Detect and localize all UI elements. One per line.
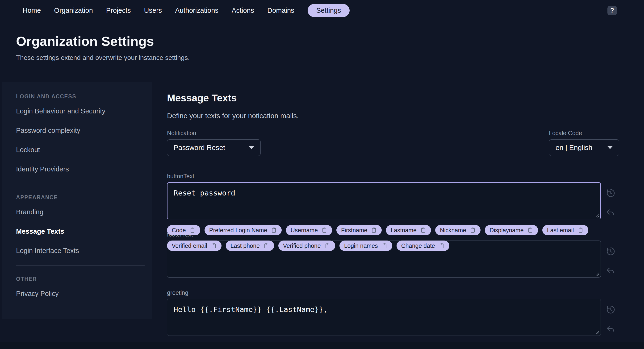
page-subtitle: These settings extend and overwrite your… — [16, 54, 644, 61]
chip-verified-phone[interactable]: Verified phone — [278, 241, 335, 251]
chip-label: Lastname — [391, 227, 416, 234]
nav-item-authorizations[interactable]: Authorizations — [175, 6, 218, 14]
chip-code[interactable]: Code — [167, 225, 200, 235]
greeting-textarea-wrap: Hello {{.FirstName}} {{.LastName}}, — [167, 299, 601, 336]
chip-verified-email[interactable]: Verified email — [167, 241, 222, 251]
sidebar-section-login-and-access: LOGIN AND ACCESS — [16, 93, 152, 100]
nav-item-settings-active[interactable]: Settings — [308, 4, 350, 17]
chip-label: Login names — [344, 242, 378, 249]
chip-label: Code — [172, 227, 186, 234]
selects-row: Notification Password Reset Locale Code … — [167, 130, 619, 156]
notification-select[interactable]: Password Reset — [167, 139, 261, 156]
nav-item-actions[interactable]: Actions — [232, 6, 254, 14]
chip-label: Firstname — [341, 227, 367, 234]
nav-item-users[interactable]: Users — [144, 6, 162, 14]
locale-label: Locale Code — [549, 130, 619, 137]
buttontext-textarea-wrap: Reset password — [167, 182, 601, 219]
page-title: Organization Settings — [16, 33, 644, 49]
sidebar-item-password-complexity[interactable]: Password complexity — [16, 125, 152, 136]
locale-select[interactable]: en | English — [549, 139, 619, 156]
chip-login-names[interactable]: Login names — [340, 241, 392, 251]
history-icon[interactable] — [606, 247, 616, 256]
chip-label: Verified email — [172, 242, 207, 249]
chip-change-date[interactable]: Change date — [396, 241, 450, 251]
chip-label: Username — [291, 227, 318, 234]
undo-icon[interactable] — [606, 325, 616, 334]
locale-field: Locale Code en | English — [549, 130, 619, 156]
undo-icon[interactable] — [606, 208, 616, 218]
content-layout: LOGIN AND ACCESS Login Behaviour and Sec… — [0, 82, 644, 336]
chip-label: Nickname — [440, 227, 466, 234]
buttontext-textarea[interactable]: Reset password — [167, 182, 601, 219]
greeting-field-group: greeting Hello {{.FirstName}} {{.LastNam… — [167, 289, 620, 336]
clipboard-icon — [324, 243, 330, 249]
clipboard-icon — [527, 227, 533, 233]
greeting-label: greeting — [167, 289, 620, 296]
history-icon[interactable] — [606, 305, 616, 314]
help-button[interactable]: ? — [608, 6, 617, 15]
chip-preferred-login-name[interactable]: Preferred Login Name — [204, 225, 282, 235]
clipboard-icon — [438, 243, 445, 249]
chevron-down-icon — [608, 146, 613, 149]
placeholder-chips: Code Preferred Login Name Username First… — [167, 225, 606, 251]
chip-label: Preferred Login Name — [209, 227, 267, 234]
nav-item-domains[interactable]: Domains — [267, 6, 294, 14]
bottom-strip — [0, 342, 644, 349]
clipboard-icon — [578, 227, 584, 233]
chevron-down-icon — [249, 146, 254, 149]
sidebar-item-identity-providers[interactable]: Identity Providers — [16, 164, 152, 174]
sidebar-item-branding[interactable]: Branding — [16, 207, 152, 217]
section-heading: Message Texts — [167, 92, 620, 104]
section-description: Define your texts for your notication ma… — [167, 112, 620, 120]
chip-lastname[interactable]: Lastname — [386, 225, 431, 235]
history-icon[interactable] — [606, 188, 616, 198]
clipboard-icon — [382, 243, 388, 249]
nav-item-projects[interactable]: Projects — [106, 6, 131, 14]
notification-label: Notification — [167, 130, 261, 137]
clipboard-icon — [321, 227, 328, 233]
chip-username[interactable]: Username — [286, 225, 332, 235]
chip-nickname[interactable]: Nickname — [435, 225, 480, 235]
chip-label: Displayname — [490, 227, 524, 234]
sidebar-item-login-behaviour[interactable]: Login Behaviour and Security — [16, 106, 152, 116]
buttontext-label: buttonText — [167, 173, 620, 180]
clipboard-icon — [420, 227, 426, 233]
greeting-textarea[interactable]: Hello {{.FirstName}} {{.LastName}}, — [167, 299, 601, 336]
chip-label: Last phone — [230, 242, 260, 249]
sidebar-section-other: OTHER — [16, 276, 152, 282]
notification-field: Notification Password Reset — [167, 130, 261, 156]
buttontext-field-group: buttonText Reset password — [167, 173, 620, 219]
page-header: Organization Settings These settings ext… — [0, 21, 644, 61]
sidebar-item-privacy-policy[interactable]: Privacy Policy — [16, 288, 152, 299]
footertext-actions — [606, 247, 616, 276]
chip-label: Last email — [547, 227, 574, 234]
sidebar-item-login-interface-texts[interactable]: Login Interface Texts — [16, 246, 152, 256]
sidebar-section-appearance: APPEARANCE — [16, 194, 152, 201]
settings-sidebar: LOGIN AND ACCESS Login Behaviour and Sec… — [2, 82, 152, 319]
chip-last-email[interactable]: Last email — [542, 225, 588, 235]
clipboard-icon — [263, 243, 270, 249]
sidebar-item-lockout[interactable]: Lockout — [16, 145, 152, 155]
clipboard-icon — [470, 227, 476, 233]
top-nav: Home Organization Projects Users Authori… — [0, 0, 644, 21]
chip-label: Verified phone — [283, 242, 321, 249]
nav-item-home[interactable]: Home — [23, 6, 41, 14]
buttontext-actions — [606, 188, 616, 218]
divider — [16, 184, 144, 184]
clipboard-icon — [211, 243, 217, 249]
notification-value: Password Reset — [174, 144, 225, 152]
nav-item-organization[interactable]: Organization — [54, 6, 93, 14]
greeting-actions — [606, 305, 616, 334]
clipboard-icon — [190, 227, 196, 233]
clipboard-icon — [271, 227, 277, 233]
undo-icon[interactable] — [606, 267, 616, 276]
locale-value: en | English — [556, 144, 592, 152]
clipboard-icon — [371, 227, 377, 233]
chip-last-phone[interactable]: Last phone — [226, 241, 274, 251]
divider — [16, 265, 144, 266]
sidebar-item-message-texts[interactable]: Message Texts — [16, 226, 152, 237]
chip-label: Change date — [401, 242, 435, 249]
chip-displayname[interactable]: Displayname — [485, 225, 538, 235]
chip-firstname[interactable]: Firstname — [336, 225, 382, 235]
message-texts-panel: Message Texts Define your texts for your… — [167, 82, 620, 336]
